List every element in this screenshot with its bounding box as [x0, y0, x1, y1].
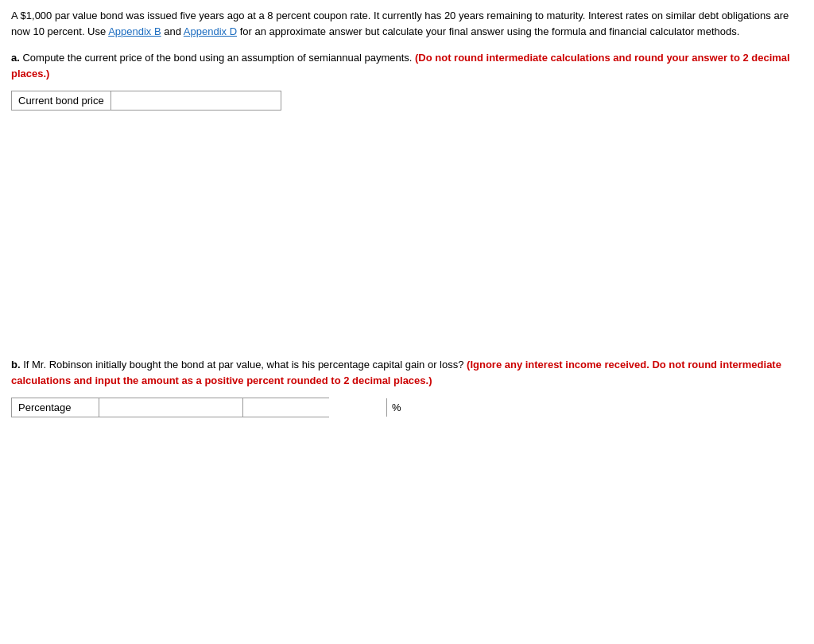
- appendix-b-link[interactable]: Appendix B: [108, 25, 161, 37]
- question-b-label: b. If Mr. Robinson initially bought the …: [11, 357, 803, 388]
- question-b-input-row: Percentage %: [11, 398, 329, 417]
- question-a-prefix: a.: [11, 52, 20, 64]
- question-a-label: a. Compute the current price of the bond…: [11, 50, 803, 81]
- question-a-text: Compute the current price of the bond us…: [20, 52, 415, 64]
- question-a-block: a. Compute the current price of the bond…: [11, 50, 803, 111]
- question-a-field-label: Current bond price: [12, 91, 111, 110]
- question-b-input1[interactable]: [99, 398, 243, 417]
- spacer-ab: [11, 134, 803, 357]
- question-a-input-row: Current bond price: [11, 91, 281, 111]
- current-bond-price-input[interactable]: [111, 91, 281, 110]
- question-b-input2[interactable]: [243, 398, 386, 417]
- spacer-bc: [11, 441, 803, 644]
- intro-text-part3: for an approximate answer but calculate …: [237, 25, 739, 37]
- question-b-block: b. If Mr. Robinson initially bought the …: [11, 357, 803, 417]
- question-b-prefix: b.: [11, 359, 21, 370]
- intro-paragraph: A $1,000 par value bond was issued five …: [11, 8, 803, 39]
- question-b-text: If Mr. Robinson initially bought the bon…: [21, 359, 467, 370]
- question-b-unit: %: [386, 398, 406, 417]
- appendix-d-link[interactable]: Appendix D: [184, 25, 237, 37]
- question-b-field-label: Percentage: [12, 398, 99, 417]
- intro-text-part2: and: [161, 25, 184, 37]
